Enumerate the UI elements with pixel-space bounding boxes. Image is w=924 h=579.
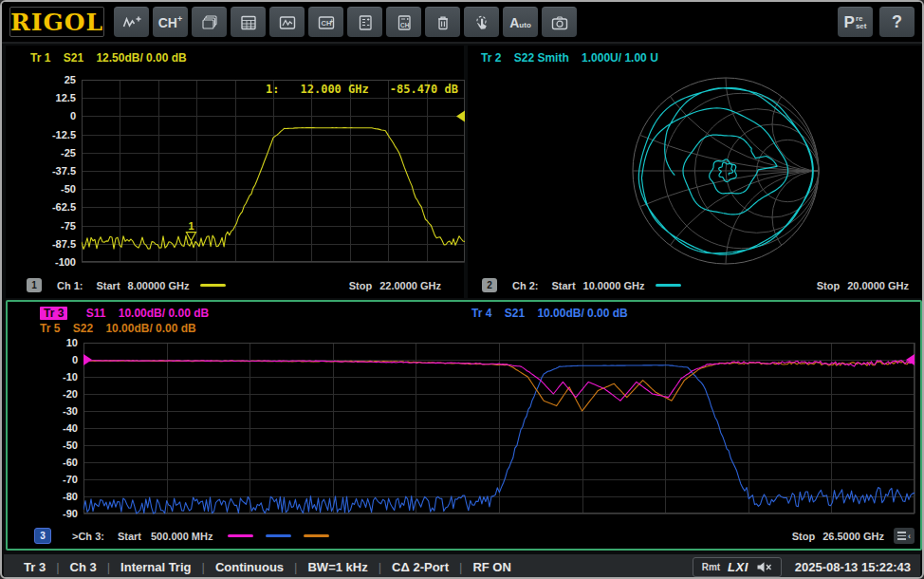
ch3-label: >Ch 3: [72,531,104,542]
toolbar-buttons: CH+CH+CHAuto [114,7,577,37]
toolbar-button-delete[interactable] [425,7,460,37]
trace4-label: Tr 4 [471,307,491,320]
menu-chevron: ‹ [908,532,911,541]
ch1-badge[interactable]: 1 [27,278,42,292]
lxi-logo: LXI [728,560,748,574]
y-tick-label: -50 [23,182,76,196]
trace5-swatch [304,534,329,537]
y-tick-label: -25 [23,146,76,159]
ch2-smith-chart[interactable] [468,46,922,273]
toolbar-button-channel-add[interactable]: CH+ [153,7,188,37]
status-items: Tr 3|Ch 3|Internal Trig|Continuous|BW=1 … [13,560,522,574]
marker1-freq: 12.000 GHz [301,83,369,96]
y-tick-label: -20 [25,387,78,401]
y-tick-label: -30 [25,404,78,418]
trace1-label: Tr 1 [30,51,50,65]
save-channel-list-icon: CH [395,14,414,31]
y-tick-label: -37.5 [23,164,76,177]
toolbar-button-screenshot[interactable] [542,7,577,37]
y-tick-label: -90 [25,507,78,520]
ch2-stop-label: Stop [817,280,840,291]
trace5-label: Tr 5 [40,322,60,335]
trace4-header[interactable]: Tr 4 S21 10.00dB/ 0.00 dB [471,307,638,320]
help-button[interactable]: ? [879,7,915,37]
trace3-param: S11 [86,307,106,320]
ch2-label: Ch 2: [512,280,539,291]
toolbar-button-auto-scale[interactable]: Auto [503,7,538,37]
screenshot-icon [550,14,569,31]
speaker-muted-icon[interactable] [756,561,772,573]
status-item-bw-1-khz: BW=1 kHz [297,560,378,574]
ch2-stop-value: 20.0000 GHz [847,280,909,291]
status-item-c-2-port: CΔ 2-Port [381,560,459,574]
toolbar-button-trace-window[interactable] [269,7,305,37]
channel3-window-active[interactable]: Tr 3 S11 10.00dB/ 0.00 dB Tr 4 S21 10.00… [6,300,922,551]
toolbar-button-meas-setup[interactable] [231,7,266,37]
svg-text:1: 1 [188,220,194,232]
meas-setup-icon [239,14,258,31]
menu-collapse-icon[interactable]: ‹ [894,528,915,544]
y-tick-label: -62.5 [23,200,76,214]
status-item-internal-trig: Internal Trig [110,560,201,574]
y-tick-label: -10 [25,370,78,383]
trace-window-icon [278,14,297,31]
marker1-readout: 1: 12.000 GHz -85.470 dB [266,83,458,96]
ch2-badge[interactable]: 2 [482,278,497,292]
trace-add-icon [122,14,141,31]
y-tick-label: -50 [25,439,78,452]
ch3-stop-label: Stop [792,531,815,542]
delete-icon [434,14,453,31]
marker1-id: 1: [266,83,279,96]
channel1-window[interactable]: Tr 1 S21 12.50dB/ 0.00 dB 2512.50-12.5-2… [6,46,464,298]
ch1-label: Ch 1: [57,280,83,291]
ch3-badge-active[interactable]: 3 [34,528,51,544]
marker1-value: -85.470 dB [390,83,458,96]
trace5-param: S22 [73,322,93,335]
trace5-scale: 10.00dB/ 0.00 dB [105,322,195,335]
svg-text:+: + [329,17,333,24]
channel-window-icon: CH+ [317,14,336,31]
preset-button[interactable]: P reset [838,7,873,37]
channel2-window[interactable]: Tr 2 S22 Smith 1.000U/ 1.00 U 2 Ch 2: St… [468,46,922,298]
trace1-header[interactable]: Tr 1 S21 12.50dB/ 0.00 dB [30,51,196,65]
ch1-stop-value: 22.0000 GHz [379,280,441,291]
status-item-continuous: Continuous [205,560,294,574]
save-trace-list-icon [356,14,375,31]
svg-text:CH: CH [400,22,410,28]
toolbar-button-save-trace-list[interactable] [347,7,382,37]
remote-lxi-pill[interactable]: Rmt LXI [693,557,782,577]
datetime: 2025-08-13 15:22:43 [795,560,911,574]
ch1-footer: 1 Ch 1: Start 8.00000 GHz Stop 22.0000 G… [6,277,464,293]
trace3-header[interactable]: Tr 3 S11 10.00dB/ 0.00 dB [40,307,218,320]
trace3-scale: 10.00dB/ 0.00 dB [119,307,209,320]
trace4-swatch [266,534,291,537]
ch3-start-value: 500.000 MHz [151,531,213,542]
status-item-tr-3: Tr 3 [13,560,56,574]
rigol-logo: RIGOL [9,7,104,37]
ch3-plot[interactable] [83,343,915,514]
y-tick-label: -70 [25,473,78,486]
trace4-scale: 10.00dB/ 0.00 dB [537,307,627,320]
toolbar-button-trace-add[interactable] [114,7,149,37]
toolbar-button-window-layout[interactable] [192,7,227,37]
toolbar-button-save-channel-list[interactable]: CH [386,7,421,37]
trace5-header[interactable]: Tr 5 S22 10.00dB/ 0.00 dB [40,322,206,335]
window-layout-icon [200,14,219,31]
remote-indicator: Rmt [702,562,720,572]
trace1-swatch [200,284,226,287]
auto-scale-label: Auto [509,16,531,29]
y-tick-label: 0 [25,353,78,366]
ch3-start-label: Start [118,531,141,542]
status-right: Rmt LXI 2025-08-13 15:22:43 [693,557,911,577]
y-tick-label: 10 [25,336,78,349]
status-item-rf-on: RF ON [462,560,521,574]
toolbar: RIGOL CH+CH+CHAuto P reset ? [2,2,922,44]
toolbar-button-touch[interactable] [464,7,499,37]
ch1-plot[interactable]: 1 [82,80,465,263]
trace4-param: S21 [505,307,525,320]
toolbar-button-channel-window[interactable]: CH+ [308,7,343,37]
y-tick-label: -60 [25,456,78,469]
channel-add-label: CH+ [158,15,183,29]
y-tick-label: -40 [25,421,78,435]
trace2-swatch [656,284,681,287]
